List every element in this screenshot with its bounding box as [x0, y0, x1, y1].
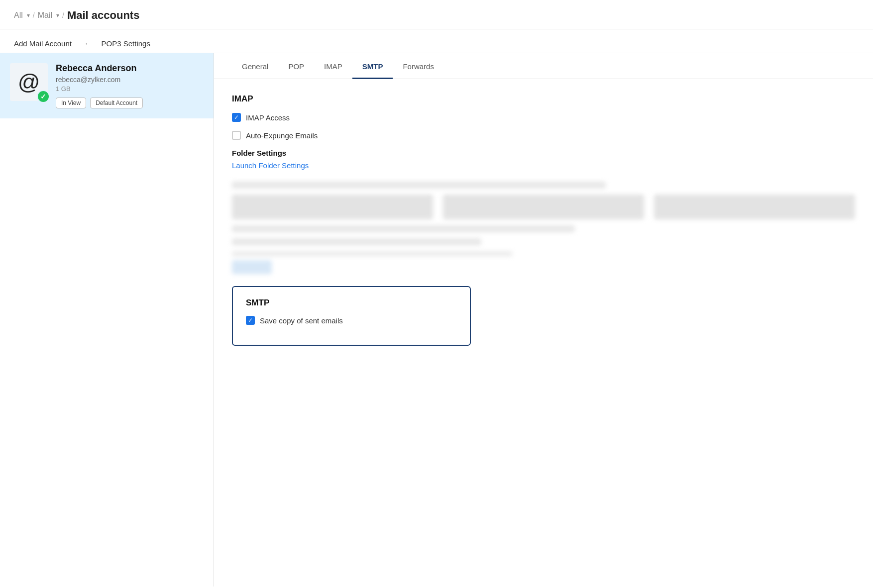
- main-layout: @ ✓ Rebecca Anderson rebecca@zylker.com …: [0, 53, 873, 587]
- breadcrumb-sep-1: /: [33, 11, 35, 19]
- breadcrumb-sep-2: /: [62, 11, 64, 19]
- tab-general[interactable]: General: [232, 53, 278, 79]
- imap-access-checkbox[interactable]: ✓: [232, 113, 241, 122]
- blurred-section: [232, 182, 855, 274]
- blurred-block-1: [232, 195, 855, 219]
- in-view-badge[interactable]: In View: [56, 98, 86, 108]
- imap-section-title: IMAP: [232, 94, 855, 104]
- tab-pop[interactable]: POP: [278, 53, 314, 79]
- right-panel: General POP IMAP SMTP Forwards IMAP ✓ IM…: [214, 53, 873, 587]
- default-account-badge[interactable]: Default Account: [90, 98, 143, 108]
- save-copy-checkbox[interactable]: ✓: [246, 316, 255, 325]
- blurred-box-2: [443, 195, 644, 219]
- tab-smtp[interactable]: SMTP: [352, 53, 393, 79]
- mail-dropdown-icon: ▾: [56, 12, 59, 19]
- folder-settings-section: Folder Settings Launch Folder Settings: [232, 149, 855, 170]
- account-info: Rebecca Anderson rebecca@zylker.com 1 GB…: [56, 63, 204, 108]
- pop3-settings-button[interactable]: POP3 Settings: [88, 34, 164, 53]
- at-icon: @: [18, 70, 40, 95]
- blurred-row-2: [232, 225, 575, 232]
- page-title: Mail accounts: [67, 9, 139, 22]
- left-panel: @ ✓ Rebecca Anderson rebecca@zylker.com …: [0, 53, 214, 587]
- auto-expunge-row: Auto-Expunge Emails: [232, 131, 855, 140]
- account-badges: In View Default Account: [56, 98, 204, 108]
- toolbar: Add Mail Account ● POP3 Settings: [0, 29, 873, 53]
- breadcrumb-mail[interactable]: Mail: [38, 11, 52, 20]
- blurred-box-3: [654, 195, 855, 219]
- avatar: @ ✓: [10, 63, 48, 101]
- smtp-section-title: SMTP: [246, 298, 457, 308]
- save-copy-row: ✓ Save copy of sent emails: [246, 316, 457, 325]
- account-name: Rebecca Anderson: [56, 63, 204, 74]
- content-area: IMAP ✓ IMAP Access Auto-Expunge Emails F…: [214, 79, 873, 361]
- blurred-small-1: [232, 251, 512, 256]
- all-dropdown-icon: ▾: [27, 12, 30, 19]
- auto-expunge-label: Auto-Expunge Emails: [246, 131, 318, 140]
- imap-access-label: IMAP Access: [246, 113, 290, 122]
- blurred-box-1: [232, 195, 433, 219]
- folder-settings-title: Folder Settings: [232, 149, 855, 157]
- add-mail-account-button[interactable]: Add Mail Account: [0, 34, 86, 53]
- account-storage: 1 GB: [56, 85, 204, 93]
- save-copy-label: Save copy of sent emails: [260, 316, 343, 325]
- blurred-row-1: [232, 182, 606, 189]
- blurred-btn-1: [232, 260, 272, 274]
- breadcrumb-all[interactable]: All: [14, 11, 23, 20]
- auto-expunge-checkbox[interactable]: [232, 131, 241, 140]
- account-email: rebecca@zylker.com: [56, 76, 204, 84]
- smtp-box: SMTP ✓ Save copy of sent emails: [232, 286, 471, 346]
- blurred-row-3: [232, 238, 481, 245]
- tab-imap[interactable]: IMAP: [314, 53, 352, 79]
- tabs: General POP IMAP SMTP Forwards: [214, 53, 873, 79]
- tab-forwards[interactable]: Forwards: [393, 53, 444, 79]
- account-card[interactable]: @ ✓ Rebecca Anderson rebecca@zylker.com …: [0, 53, 214, 118]
- launch-folder-settings-link[interactable]: Launch Folder Settings: [232, 161, 309, 170]
- imap-access-row: ✓ IMAP Access: [232, 113, 855, 122]
- breadcrumb: All ▾ / Mail ▾ / Mail accounts: [0, 0, 873, 29]
- avatar-check-icon: ✓: [37, 90, 50, 103]
